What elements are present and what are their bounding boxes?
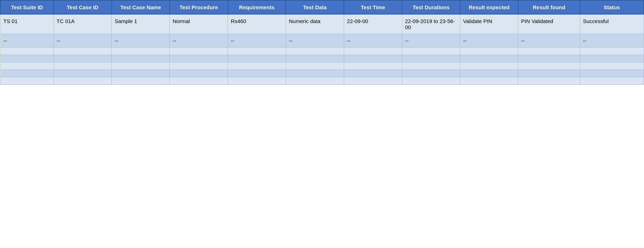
cell-case_name: [112, 62, 170, 70]
cell-expected: [460, 70, 518, 77]
header-case-name: Test Case Name: [112, 0, 170, 14]
cell-case_name: Sample 1: [112, 14, 170, 34]
cell-req: Rs460: [228, 14, 286, 34]
cell-time: [344, 62, 402, 70]
header-procedure: Test Procedure: [170, 0, 228, 14]
cell-found: [518, 77, 580, 85]
cell-procedure: [170, 70, 228, 77]
cell-found: [518, 55, 580, 62]
cell-status: [580, 77, 644, 85]
cell-suite_id: --: [0, 34, 54, 48]
cell-data: Numeric data: [286, 14, 344, 34]
table-row: ----------------------: [0, 34, 644, 48]
table-row: [0, 55, 644, 62]
header-result-found: Result found: [518, 0, 580, 14]
cell-suite_id: TS 01: [0, 14, 54, 34]
cell-case_id: [54, 70, 112, 77]
cell-duration: [402, 70, 460, 77]
cell-case_id: TC 01A: [54, 14, 112, 34]
cell-procedure: Normal: [170, 14, 228, 34]
header-result-expected: Result expected: [460, 0, 518, 14]
cell-status: --: [580, 34, 644, 48]
cell-procedure: [170, 77, 228, 85]
cell-time: [344, 77, 402, 85]
cell-duration: --: [402, 34, 460, 48]
cell-expected: --: [460, 34, 518, 48]
cell-expected: [460, 62, 518, 70]
cell-suite_id: [0, 77, 54, 85]
header-status: Status: [580, 0, 644, 14]
cell-case_name: [112, 48, 170, 55]
cell-case_id: [54, 48, 112, 55]
cell-req: [228, 77, 286, 85]
cell-req: [228, 70, 286, 77]
cell-case_id: [54, 55, 112, 62]
header-row: Test Suite ID Test Case ID Test Case Nam…: [0, 0, 644, 14]
cell-case_name: --: [112, 34, 170, 48]
cell-procedure: --: [170, 34, 228, 48]
cell-duration: [402, 77, 460, 85]
cell-expected: [460, 55, 518, 62]
cell-case_name: [112, 70, 170, 77]
cell-case_name: [112, 77, 170, 85]
cell-found: PIN Validated: [518, 14, 580, 34]
cell-duration: 22-09-2019 to 23-56-00: [402, 14, 460, 34]
cell-req: [228, 62, 286, 70]
cell-expected: Validate PIN: [460, 14, 518, 34]
cell-data: [286, 55, 344, 62]
cell-data: --: [286, 34, 344, 48]
cell-status: [580, 62, 644, 70]
table-row: [0, 62, 644, 70]
cell-duration: [402, 62, 460, 70]
header-requirements: Requirements: [228, 0, 286, 14]
header-suite-id: Test Suite ID: [0, 0, 54, 14]
cell-case_id: [54, 62, 112, 70]
cell-suite_id: [0, 62, 54, 70]
table-container: Test Suite ID Test Case ID Test Case Nam…: [0, 0, 644, 248]
cell-duration: [402, 55, 460, 62]
cell-data: [286, 77, 344, 85]
table-row: TS 01TC 01ASample 1NormalRs460Numeric da…: [0, 14, 644, 34]
cell-status: [580, 48, 644, 55]
cell-duration: [402, 48, 460, 55]
cell-expected: [460, 77, 518, 85]
table-row: [0, 48, 644, 55]
cell-procedure: [170, 62, 228, 70]
header-test-data: Test Data: [286, 0, 344, 14]
cell-case_name: [112, 55, 170, 62]
cell-found: --: [518, 34, 580, 48]
cell-expected: [460, 48, 518, 55]
cell-status: [580, 55, 644, 62]
cell-time: [344, 70, 402, 77]
cell-data: [286, 62, 344, 70]
cell-procedure: [170, 55, 228, 62]
header-case-id: Test Case ID: [54, 0, 112, 14]
cell-suite_id: [0, 70, 54, 77]
test-table: Test Suite ID Test Case ID Test Case Nam…: [0, 0, 644, 85]
cell-found: [518, 48, 580, 55]
cell-time: --: [344, 34, 402, 48]
cell-time: 22-09-00: [344, 14, 402, 34]
cell-data: [286, 70, 344, 77]
cell-time: [344, 55, 402, 62]
cell-status: Successful: [580, 14, 644, 34]
cell-req: [228, 48, 286, 55]
cell-data: [286, 48, 344, 55]
header-test-duration: Test Durations: [402, 0, 460, 14]
cell-suite_id: [0, 48, 54, 55]
cell-case_id: [54, 77, 112, 85]
table-row: [0, 70, 644, 77]
header-test-time: Test Time: [344, 0, 402, 14]
cell-req: [228, 55, 286, 62]
table-row: [0, 77, 644, 85]
cell-time: [344, 48, 402, 55]
cell-req: --: [228, 34, 286, 48]
cell-procedure: [170, 48, 228, 55]
cell-case_id: --: [54, 34, 112, 48]
cell-found: [518, 70, 580, 77]
cell-found: [518, 62, 580, 70]
cell-suite_id: [0, 55, 54, 62]
cell-status: [580, 70, 644, 77]
